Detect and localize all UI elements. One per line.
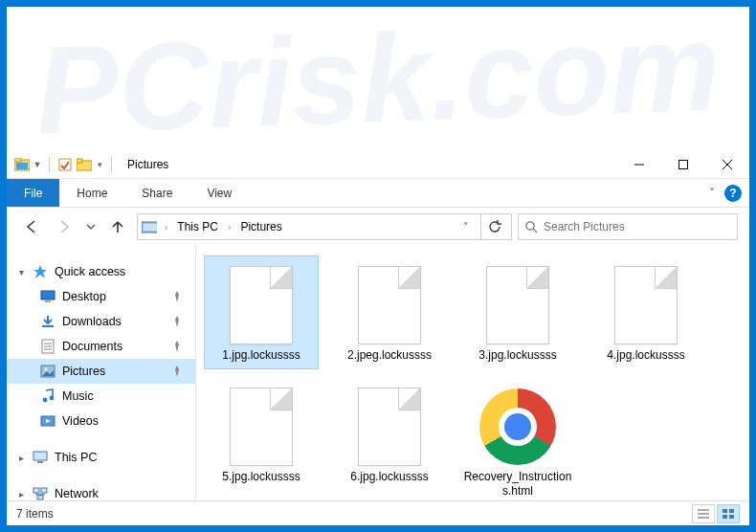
titlebar: ▼ ▾ Pictures	[7, 150, 749, 179]
svg-point-24	[43, 398, 48, 403]
tree-label: Pictures	[62, 365, 105, 378]
tree-downloads[interactable]: Downloads	[7, 309, 195, 334]
maximize-button[interactable]	[661, 150, 705, 179]
breadcrumb-sep-icon[interactable]: ›	[161, 222, 171, 233]
svg-rect-38	[723, 515, 727, 519]
file-name: Recovery_Instructions.html	[463, 470, 572, 499]
pin-icon	[172, 316, 195, 327]
chrome-icon	[479, 384, 556, 470]
help-icon[interactable]: ?	[724, 185, 742, 202]
file-name: 6.jpg.lockussss	[350, 470, 428, 484]
music-icon	[39, 388, 56, 405]
file-name: 2.jpeg.lockussss	[347, 348, 432, 363]
file-item[interactable]: Recovery_Instructions.html	[460, 377, 575, 500]
blank-file-icon	[223, 384, 300, 470]
breadcrumb-this-pc[interactable]: This PC	[175, 220, 220, 233]
svg-point-12	[526, 222, 534, 230]
svg-rect-39	[729, 515, 734, 519]
svg-line-13	[533, 229, 537, 233]
minimize-button[interactable]	[617, 150, 661, 179]
qat-separator	[49, 157, 50, 172]
tree-label: Quick access	[55, 265, 125, 278]
blank-file-icon	[351, 384, 428, 470]
view-details-button[interactable]	[692, 504, 715, 523]
navbar: › This PC › Pictures ˅ Search Pictures	[7, 208, 749, 246]
nav-back-button[interactable]	[18, 213, 45, 240]
ribbon-tab-view[interactable]: View	[189, 179, 249, 207]
breadcrumb-pictures[interactable]: Pictures	[238, 220, 283, 233]
tree-label: This PC	[55, 451, 97, 464]
blank-file-icon	[223, 262, 300, 348]
svg-rect-37	[729, 509, 734, 513]
nav-forward-button[interactable]	[51, 213, 78, 240]
blank-file-icon	[479, 262, 556, 348]
qat-separator-2	[111, 157, 112, 172]
desktop-icon	[39, 288, 56, 305]
file-item[interactable]: 6.jpg.lockussss	[332, 377, 447, 500]
file-item[interactable]: 5.jpg.lockussss	[204, 377, 319, 500]
svg-rect-15	[41, 291, 55, 299]
address-dropdown-icon[interactable]: ˅	[463, 221, 469, 233]
tree-network[interactable]: ▸ Network	[7, 481, 195, 500]
qat-dropdown-icon[interactable]: ▼	[33, 157, 41, 172]
qat-properties-icon[interactable]	[57, 157, 73, 172]
watermark-text: PCrisk.com	[5, 0, 752, 163]
nav-recent-button[interactable]	[83, 213, 99, 240]
videos-icon	[39, 412, 56, 430]
address-bar[interactable]: › This PC › Pictures ˅	[137, 213, 512, 240]
tree-desktop[interactable]: Desktop	[7, 284, 195, 309]
tree-documents[interactable]: Documents	[7, 334, 195, 359]
pin-icon	[172, 291, 195, 302]
chevron-right-icon[interactable]: ▸	[16, 489, 26, 499]
ribbon-file-tab[interactable]: File	[7, 179, 59, 207]
explorer-icon[interactable]	[14, 157, 30, 172]
svg-rect-17	[42, 325, 54, 327]
search-input[interactable]: Search Pictures	[518, 213, 738, 240]
svg-rect-7	[679, 160, 688, 168]
tree-quick-access[interactable]: ▾ Quick access	[7, 259, 195, 284]
refresh-button[interactable]	[480, 213, 507, 240]
blank-file-icon	[608, 262, 684, 348]
svg-rect-2	[16, 163, 28, 169]
file-item[interactable]: 2.jpeg.lockussss	[332, 255, 447, 369]
tree-this-pc[interactable]: ▸ This PC	[7, 445, 195, 470]
tree-label: Music	[62, 389, 94, 403]
tree-music[interactable]: Music	[7, 384, 195, 409]
status-item-count: 7 items	[16, 507, 54, 521]
file-name: 3.jpg.lockussss	[478, 348, 556, 363]
chevron-down-icon[interactable]: ▾	[16, 267, 26, 277]
documents-icon	[39, 338, 56, 355]
breadcrumb-sep-icon[interactable]: ›	[224, 222, 234, 233]
ribbon-tab-home[interactable]: Home	[59, 179, 124, 207]
file-name: 4.jpg.lockussss	[607, 348, 684, 363]
svg-rect-30	[33, 488, 39, 493]
nav-up-button[interactable]	[104, 213, 131, 240]
svg-rect-11	[144, 224, 157, 231]
ribbon-tab-share[interactable]: Share	[124, 179, 189, 207]
close-button[interactable]	[705, 150, 749, 179]
file-name: 1.jpg.lockussss	[222, 348, 300, 363]
tree-label: Network	[55, 487, 99, 500]
file-item[interactable]: 1.jpg.lockussss	[204, 255, 319, 369]
svg-rect-1	[14, 158, 21, 162]
this-pc-icon	[32, 449, 49, 466]
items-view[interactable]: 1.jpg.lockussss2.jpeg.lockussss3.jpg.loc…	[196, 246, 749, 500]
tree-videos[interactable]: Videos	[7, 409, 195, 433]
quick-access-icon	[32, 263, 49, 280]
ribbon-expand-icon[interactable]: ˅	[709, 187, 715, 200]
view-large-icons-button[interactable]	[717, 504, 740, 523]
status-bar: 7 items	[7, 500, 749, 525]
svg-point-25	[50, 396, 55, 401]
blank-file-icon	[351, 262, 428, 348]
tree-label: Downloads	[62, 315, 122, 328]
tree-pictures[interactable]: Pictures	[7, 359, 195, 384]
qat-newfolder-icon[interactable]	[77, 157, 92, 172]
window-title: Pictures	[127, 158, 168, 171]
network-icon	[32, 485, 49, 500]
tree-label: Videos	[62, 414, 99, 428]
file-item[interactable]: 4.jpg.lockussss	[589, 255, 703, 369]
chevron-right-icon[interactable]: ▸	[16, 453, 26, 463]
file-item[interactable]: 3.jpg.lockussss	[460, 255, 575, 369]
qat-overflow-icon[interactable]: ▾	[96, 157, 103, 172]
svg-rect-36	[723, 509, 727, 513]
